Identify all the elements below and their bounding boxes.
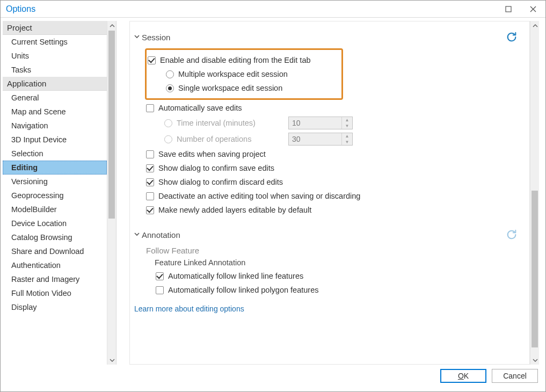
radio-num-operations bbox=[164, 135, 172, 143]
time-interval-input: 10 ▲▼ bbox=[288, 117, 353, 129]
checkbox-enable-edit-tab[interactable] bbox=[148, 56, 156, 64]
checkbox-deactivate-tool[interactable] bbox=[146, 192, 154, 200]
option-save-on-project[interactable]: Save edits when saving project bbox=[134, 147, 518, 161]
sidebar-item-modelbuilder[interactable]: ModelBuilder bbox=[3, 202, 107, 216]
highlighted-settings: Enable and disable editing from the Edit… bbox=[145, 48, 343, 100]
option-enable-edit-tab[interactable]: Enable and disable editing from the Edit… bbox=[147, 53, 339, 67]
dialog-body: Project Current Settings Units Tasks App… bbox=[1, 18, 545, 365]
sidebar-item-authentication[interactable]: Authentication bbox=[3, 258, 107, 272]
checkbox-follow-polygon[interactable] bbox=[156, 286, 164, 294]
sidebar-item-display[interactable]: Display bbox=[3, 300, 107, 314]
chevron-down-icon bbox=[134, 231, 140, 238]
option-time-interval: Time interval (minutes) 10 ▲▼ bbox=[134, 115, 518, 131]
main-scrollbar[interactable] bbox=[530, 21, 539, 365]
sidebar-item-editing[interactable]: Editing bbox=[3, 161, 107, 175]
scroll-down-icon[interactable] bbox=[107, 355, 117, 365]
radio-multi-workspace[interactable] bbox=[166, 70, 174, 78]
scroll-up-icon[interactable] bbox=[530, 21, 540, 30]
checkbox-editable-default[interactable] bbox=[146, 206, 154, 214]
annotation-heading: Annotation bbox=[142, 230, 180, 239]
ok-button[interactable]: OK bbox=[440, 369, 486, 383]
checkbox-follow-line[interactable] bbox=[156, 272, 164, 280]
option-multi-workspace[interactable]: Multiple workspace edit session bbox=[147, 67, 339, 81]
editing-options-content: Session Enable and disable editing from … bbox=[129, 21, 530, 365]
radio-single-workspace[interactable] bbox=[166, 84, 174, 92]
num-operations-input: 30 ▲▼ bbox=[288, 133, 353, 146]
sidebar-item-raster-imagery[interactable]: Raster and Imagery bbox=[3, 272, 107, 286]
sidebar-item-full-motion-video[interactable]: Full Motion Video bbox=[3, 286, 107, 300]
sidebar-item-catalog-browsing[interactable]: Catalog Browsing bbox=[3, 230, 107, 244]
spinner-icon: ▲▼ bbox=[341, 117, 352, 129]
svg-rect-0 bbox=[506, 6, 511, 12]
dialog-footer: OK Cancel bbox=[1, 365, 545, 391]
option-single-workspace[interactable]: Single workspace edit session bbox=[147, 81, 339, 95]
sidebar-item-current-settings[interactable]: Current Settings bbox=[3, 35, 107, 49]
section-annotation-header[interactable]: Annotation bbox=[134, 229, 518, 241]
sidebar-item-selection[interactable]: Selection bbox=[3, 147, 107, 161]
session-heading: Session bbox=[142, 33, 170, 42]
checkbox-confirm-discard[interactable] bbox=[146, 178, 154, 186]
option-deactivate-tool[interactable]: Deactivate an active editing tool when s… bbox=[134, 189, 518, 203]
close-button[interactable] bbox=[521, 1, 545, 18]
sidebar-group-project: Project bbox=[3, 21, 107, 35]
checkbox-confirm-save[interactable] bbox=[146, 164, 154, 172]
options-dialog: Options Project Current Settings Units T… bbox=[0, 0, 546, 392]
sidebar-list: Project Current Settings Units Tasks App… bbox=[3, 21, 107, 365]
sidebar-group-application: Application bbox=[3, 77, 107, 91]
main-scroll-thumb[interactable] bbox=[532, 191, 538, 347]
sidebar: Project Current Settings Units Tasks App… bbox=[3, 21, 117, 365]
maximize-button[interactable] bbox=[496, 1, 521, 18]
follow-feature-heading: Follow Feature bbox=[134, 246, 518, 255]
spinner-icon: ▲▼ bbox=[341, 133, 352, 145]
sidebar-scroll-thumb[interactable] bbox=[108, 31, 115, 219]
learn-more-link[interactable]: Learn more about editing options bbox=[134, 304, 244, 313]
main-panel: Session Enable and disable editing from … bbox=[117, 21, 541, 365]
option-editable-default[interactable]: Make newly added layers editable by defa… bbox=[134, 203, 518, 217]
option-follow-line[interactable]: Automatically follow linked line feature… bbox=[134, 269, 518, 283]
reset-session-icon[interactable] bbox=[506, 31, 518, 43]
radio-time-interval bbox=[164, 119, 172, 127]
scroll-down-icon[interactable] bbox=[530, 355, 540, 365]
sidebar-item-versioning[interactable]: Versioning bbox=[3, 175, 107, 188]
reset-annotation-icon[interactable] bbox=[506, 229, 518, 241]
section-session-header[interactable]: Session bbox=[134, 31, 518, 43]
sidebar-item-map-and-scene[interactable]: Map and Scene bbox=[3, 105, 107, 119]
titlebar: Options bbox=[1, 1, 545, 18]
sidebar-item-geoprocessing[interactable]: Geoprocessing bbox=[3, 188, 107, 202]
option-follow-polygon[interactable]: Automatically follow linked polygon feat… bbox=[134, 283, 518, 297]
sidebar-item-share-download[interactable]: Share and Download bbox=[3, 244, 107, 258]
checkbox-save-on-project[interactable] bbox=[146, 150, 154, 158]
sidebar-item-units[interactable]: Units bbox=[3, 49, 107, 63]
option-confirm-save[interactable]: Show dialog to confirm save edits bbox=[134, 161, 518, 175]
option-auto-save[interactable]: Automatically save edits bbox=[134, 101, 518, 115]
option-confirm-discard[interactable]: Show dialog to confirm discard edits bbox=[134, 175, 518, 189]
option-num-operations: Number of operations 30 ▲▼ bbox=[134, 131, 518, 147]
linked-annotation-heading: Feature Linked Annotation bbox=[134, 258, 518, 267]
cancel-button[interactable]: Cancel bbox=[492, 369, 538, 383]
sidebar-item-device-location[interactable]: Device Location bbox=[3, 216, 107, 230]
sidebar-item-navigation[interactable]: Navigation bbox=[3, 119, 107, 133]
sidebar-scrollbar[interactable] bbox=[107, 21, 116, 365]
sidebar-item-tasks[interactable]: Tasks bbox=[3, 63, 107, 77]
chevron-down-icon bbox=[134, 33, 140, 41]
window-title: Options bbox=[6, 4, 35, 14]
checkbox-auto-save[interactable] bbox=[146, 104, 154, 112]
sidebar-item-general[interactable]: General bbox=[3, 91, 107, 105]
scroll-up-icon[interactable] bbox=[107, 21, 117, 30]
sidebar-item-3d-input-device[interactable]: 3D Input Device bbox=[3, 133, 107, 147]
